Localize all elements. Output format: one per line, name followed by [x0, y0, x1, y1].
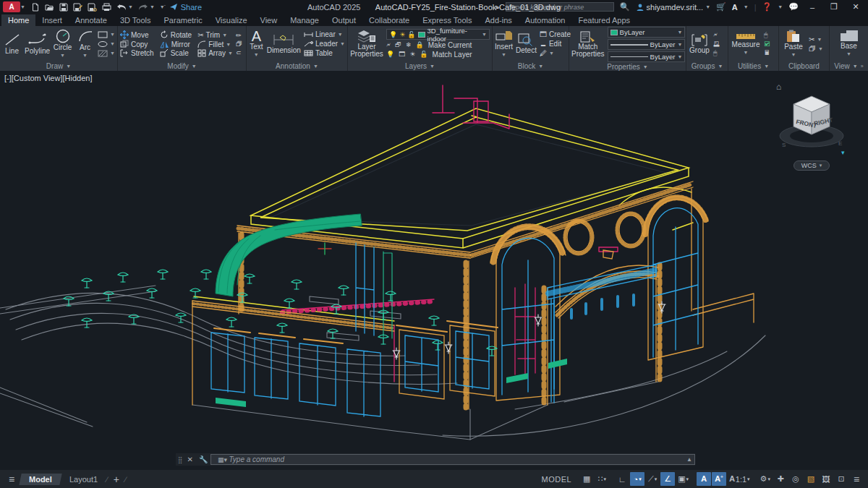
circle-caret-icon[interactable]: ▼	[60, 52, 65, 59]
trim-caret-icon[interactable]: ▼	[222, 31, 227, 39]
layer-on-icon[interactable]: 💡	[389, 31, 397, 38]
detect-block-tool[interactable]: Detect	[516, 33, 537, 54]
command-input[interactable]	[210, 454, 695, 465]
command-close-icon[interactable]: ✕	[184, 455, 196, 463]
customization-icon[interactable]: ≡	[849, 472, 864, 486]
help-icon[interactable]: ❓	[762, 2, 773, 12]
view-panel-title[interactable]: View▼»	[830, 61, 868, 71]
isolate-objects-icon[interactable]: ◎	[788, 472, 803, 486]
text-tool[interactable]: A Text▼	[249, 30, 264, 59]
viewcube-menu-caret-icon[interactable]: ▾	[841, 149, 845, 156]
leader-caret-icon[interactable]: ▼	[340, 40, 345, 48]
annotation-visibility-icon[interactable]: 𝐀	[697, 472, 711, 486]
undo-caret-icon[interactable]: ▼	[128, 4, 133, 9]
make-current-tool[interactable]: Make Current	[428, 41, 472, 49]
compass-south-label[interactable]: S	[782, 142, 786, 148]
autodesk-caret-icon[interactable]: ▼	[744, 4, 749, 9]
layer-off-icon[interactable]: 🗲	[386, 41, 391, 49]
match-layer-tool[interactable]: Match Layer	[433, 51, 472, 59]
group-edit-icon[interactable]: 🗳	[713, 40, 720, 48]
annotation-autoscale-icon[interactable]: 𝐀⁺	[712, 472, 726, 486]
table-tool[interactable]: Table	[304, 49, 345, 57]
groups-panel-title[interactable]: Groups▼	[686, 61, 728, 71]
wcs-button[interactable]: WCS▾	[793, 160, 830, 171]
tab-visualize[interactable]: Visualize	[209, 14, 254, 26]
plot-icon[interactable]	[88, 3, 97, 12]
layer-freeze-icon[interactable]: ❄	[406, 41, 412, 49]
utilities-panel-title[interactable]: Utilities▼	[728, 61, 778, 71]
layer-thaw-all-icon[interactable]: ☀	[409, 51, 415, 59]
linear-caret-icon[interactable]: ▼	[338, 30, 343, 38]
feedback-icon[interactable]: 💬	[788, 2, 799, 12]
layer-color-swatch[interactable]	[418, 32, 425, 38]
properties-panel-title[interactable]: Properties▼	[569, 63, 686, 71]
tab-featured-apps[interactable]: Featured Apps	[571, 14, 637, 26]
tab-add-ins[interactable]: Add-ins	[479, 14, 519, 26]
model-viewport[interactable]: [-][Custom View][Hidden]	[0, 71, 868, 470]
erase-icon[interactable]: ✏	[236, 32, 242, 39]
command-bar[interactable]: ⣿ ✕ 🔧 ▦▾ ▲	[176, 453, 695, 466]
ellipse-caret-icon[interactable]: ▼	[110, 40, 115, 48]
ortho-mode-icon[interactable]: ∟	[615, 472, 629, 486]
model-space-button[interactable]: MODEL	[540, 472, 574, 486]
layer-dropdown[interactable]: 💡 ☀ 🔓 3D_furniture-indoor ▼	[386, 29, 490, 40]
linetype-caret-icon[interactable]: ▼	[677, 54, 682, 59]
arc-caret-icon[interactable]: ▼	[82, 52, 88, 59]
workspace-switching-icon[interactable]: ⚙▾	[758, 472, 773, 486]
open-file-icon[interactable]	[45, 3, 54, 12]
tab-annotate[interactable]: Annotate	[69, 14, 114, 26]
tab-manage[interactable]: Manage	[284, 14, 326, 26]
group-tool[interactable]: Group	[689, 34, 710, 54]
cut-caret-icon[interactable]: ▼	[817, 35, 822, 43]
trim-tool[interactable]: ✂Trim▼	[197, 30, 233, 39]
share-button[interactable]: Share	[169, 3, 202, 12]
text-caret-icon[interactable]: ▼	[254, 51, 259, 59]
lineweight-dropdown[interactable]: ByLayer ▼	[608, 39, 686, 50]
ellipse-icon[interactable]	[98, 40, 108, 48]
object-snap-tracking-icon[interactable]: ∠	[660, 472, 675, 486]
dimension-tool[interactable]: Dimension	[267, 33, 301, 54]
block-panel-title[interactable]: Block▼	[493, 61, 569, 71]
app-menu-caret-icon[interactable]: ▼	[20, 4, 25, 9]
leader-tool[interactable]: Leader▼	[304, 40, 345, 48]
tab-3d-tools[interactable]: 3D Tools	[114, 14, 158, 26]
array-tool[interactable]: Array▼	[197, 49, 233, 57]
search-icon[interactable]: 🔍	[620, 2, 630, 12]
group-select-icon[interactable]: 🖱	[713, 49, 720, 57]
clean-screen-icon[interactable]: 🖼	[819, 472, 833, 486]
close-button[interactable]: ✕	[848, 2, 864, 12]
command-history-icon[interactable]: ▲	[686, 456, 692, 463]
rectangle-caret-icon[interactable]: ▼	[110, 30, 115, 38]
layer-thaw-icon[interactable]: ☀	[399, 31, 405, 38]
base-view-tool[interactable]: Base▼	[833, 30, 865, 58]
paste-caret-icon[interactable]: ▼	[791, 51, 796, 59]
layer-lock-icon[interactable]: 🔒	[416, 41, 424, 49]
annotation-panel-title[interactable]: Annotation▼	[247, 61, 347, 71]
draw-panel-title[interactable]: Draw▼	[0, 61, 117, 71]
help-caret-icon[interactable]: ▼	[778, 4, 783, 9]
match-properties-tool[interactable]: Match Properties	[571, 31, 605, 58]
minimize-button[interactable]: –	[804, 3, 820, 12]
linetype-dropdown[interactable]: ByLayer ▼	[608, 51, 686, 62]
circle-tool[interactable]: Circle▼	[53, 29, 72, 59]
print-icon[interactable]	[102, 3, 111, 12]
tab-output[interactable]: Output	[326, 14, 362, 26]
object-snap-icon[interactable]: ▣▾	[676, 472, 691, 486]
tab-view[interactable]: View	[254, 14, 284, 26]
viewport-controls-label[interactable]: [-][Custom View][Hidden]	[4, 74, 92, 82]
object-color-caret-icon[interactable]: ▼	[677, 30, 682, 35]
copy-clip-icon[interactable]: 🗇	[809, 45, 816, 53]
layer-properties-tool[interactable]: Layer Properties	[350, 30, 383, 58]
redo-icon[interactable]	[138, 4, 148, 11]
layer-unlock-icon[interactable]: 🔓	[407, 31, 415, 38]
fillet-tool[interactable]: Fillet▼	[197, 40, 233, 48]
copy-tool[interactable]: Copy	[120, 40, 154, 48]
insert-block-tool[interactable]: Insert▼	[495, 30, 513, 59]
graphics-performance-icon[interactable]: ▧	[804, 472, 818, 486]
snap-mode-icon[interactable]: ∷▾	[595, 472, 609, 486]
polar-tracking-icon[interactable]: ◔▾	[630, 472, 644, 486]
edit-attributes-caret-icon[interactable]: ▼	[549, 49, 554, 57]
cart-icon[interactable]: 🛒	[716, 2, 726, 12]
quick-select-icon[interactable]: 🖱	[764, 31, 770, 39]
command-grip-icon[interactable]: ⣿	[176, 456, 184, 463]
